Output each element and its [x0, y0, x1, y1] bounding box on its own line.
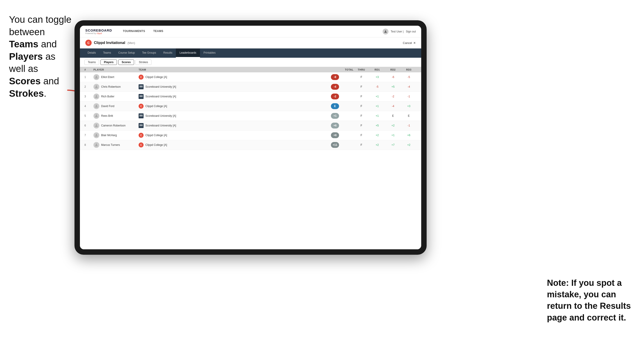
score-badge: E: [331, 103, 339, 109]
sign-out-link[interactable]: Sign out: [406, 30, 416, 33]
tab-tee-groups[interactable]: Tee Groups: [138, 48, 160, 58]
tab-teams[interactable]: Teams: [100, 48, 115, 58]
rd3-cell: E: [401, 114, 417, 117]
player-name: Chris Robertson: [101, 85, 121, 88]
team-name: Scoreboard University [A]: [145, 114, 176, 117]
rd2-cell: -6: [385, 75, 401, 79]
total-cell: +1: [331, 113, 354, 119]
svg-point-2: [96, 76, 97, 77]
tournament-logo: C: [85, 40, 92, 46]
tablet-screen: SCOREBOARD Powered by clippd TOURNAMENTS…: [80, 26, 421, 249]
user-name: Test User |: [391, 30, 404, 33]
teams-bold: Teams: [9, 39, 38, 49]
rank-cell: 8: [84, 143, 94, 147]
player-name: Cameron Robertson: [101, 124, 126, 127]
players-bold: Players: [9, 51, 43, 62]
thru-cell: F: [354, 124, 369, 127]
player-name: Rich Butler: [101, 95, 114, 98]
tournament-name: Clippd Invitational: [94, 41, 125, 45]
score-badge: +8: [331, 132, 339, 138]
svg-rect-19: [140, 126, 143, 126]
total-cell: +8: [331, 132, 354, 138]
team-cell: Scoreboard University [A]: [138, 113, 331, 118]
col-rank: #: [84, 68, 94, 71]
rank-cell: 4: [84, 105, 94, 108]
player-cell: Elliot Ebert: [94, 74, 138, 80]
player-cell: Rees Britt: [94, 113, 138, 119]
player-avatar: [94, 123, 99, 129]
toggle-scores[interactable]: Scores: [118, 59, 134, 65]
svg-point-16: [96, 124, 97, 126]
top-nav: SCOREBOARD Powered by clippd TOURNAMENTS…: [80, 26, 421, 37]
tab-details[interactable]: Details: [84, 48, 100, 58]
tab-results[interactable]: Results: [160, 48, 176, 58]
table-row: 5 Rees Britt Scoreboard University [A] +…: [80, 111, 421, 121]
svg-point-12: [96, 115, 97, 116]
team-logo-icon: C: [138, 75, 144, 80]
team-cell: Scoreboard University [A]: [138, 123, 331, 128]
table-row: 3 Rich Butler Scoreboard University [A] …: [80, 92, 421, 101]
player-cell: Blair McHarg: [94, 132, 138, 138]
team-cell: Scoreboard University [A]: [138, 84, 331, 89]
toggle-strokes[interactable]: Strokes: [136, 59, 152, 65]
rd2-cell: -2: [385, 95, 401, 98]
tab-leaderboards[interactable]: Leaderboards: [176, 48, 200, 58]
svg-rect-17: [140, 124, 143, 125]
team-cell: C Clippd College [A]: [138, 133, 331, 138]
left-annotation: You can toggle between Teams and Players…: [9, 13, 72, 100]
player-avatar: [94, 84, 99, 90]
rank-cell: 7: [84, 134, 94, 137]
rd2-cell: E: [385, 114, 401, 117]
nav-tournaments[interactable]: TOURNAMENTS: [119, 26, 149, 37]
player-cell: Marcus Turners: [94, 142, 138, 148]
team-name: Clippd College [A]: [145, 75, 167, 79]
toggle-row: Teams Players Scores Strokes: [80, 58, 421, 67]
player-name: Rees Britt: [101, 114, 113, 117]
player-avatar: [94, 132, 99, 138]
score-badge: +11: [331, 142, 339, 148]
toggle-players[interactable]: Players: [100, 59, 117, 65]
rd1-cell: +2: [369, 134, 385, 137]
player-avatar: [94, 94, 99, 99]
player-name: David Ford: [101, 105, 114, 108]
player-cell: David Ford: [94, 103, 138, 109]
leaderboard-table: # PLAYER TEAM TOTAL THRU RD1 RD2 RD3 1 E…: [80, 67, 421, 249]
team-name: Scoreboard University [A]: [145, 85, 176, 88]
rank-cell: 1: [84, 75, 94, 79]
thru-cell: F: [354, 85, 369, 88]
scores-bold: Scores: [9, 76, 41, 86]
player-avatar: [94, 74, 99, 80]
svg-rect-9: [140, 96, 143, 96]
nav-teams[interactable]: TEAMS: [149, 26, 168, 37]
rd1-cell: +1: [369, 105, 385, 108]
col-rd2: RD2: [385, 68, 401, 71]
tab-printables[interactable]: Printables: [200, 48, 219, 58]
rd3-cell: +3: [401, 105, 417, 108]
team-cell: Scoreboard University [A]: [138, 94, 331, 99]
player-name: Marcus Turners: [101, 143, 120, 147]
team-name: Clippd College [A]: [145, 143, 167, 147]
toggle-teams[interactable]: Teams: [84, 59, 99, 65]
rd3-cell: -1: [401, 95, 417, 98]
rd3-cell: -4: [401, 85, 417, 88]
team-logo-icon: [138, 94, 144, 99]
svg-point-7: [96, 95, 97, 96]
rd2-cell: +7: [385, 143, 401, 147]
table-body: 1 Elliot Ebert C Clippd College [A] -8 F…: [80, 72, 421, 150]
svg-rect-18: [140, 125, 143, 125]
cancel-button[interactable]: Cancel ✕: [403, 41, 416, 45]
rd1-cell: -5: [369, 85, 385, 88]
score-badge: -8: [331, 74, 339, 80]
player-name: Elliot Ebert: [101, 75, 114, 79]
total-cell: +6: [331, 123, 354, 129]
tab-course-setup[interactable]: Course Setup: [115, 48, 138, 58]
player-avatar: [94, 113, 99, 119]
score-badge: +6: [331, 123, 339, 129]
rank-cell: 2: [84, 85, 94, 88]
strokes-bold: Strokes: [9, 88, 44, 99]
right-annotation: Note: If you spot a mistake, you can ret…: [547, 277, 633, 324]
nav-right: Test User | Sign out: [382, 29, 416, 34]
table-row: 7 Blair McHarg C Clippd College [A] +8 F…: [80, 131, 421, 140]
rd1-cell: +1: [369, 95, 385, 98]
svg-rect-5: [140, 86, 143, 87]
